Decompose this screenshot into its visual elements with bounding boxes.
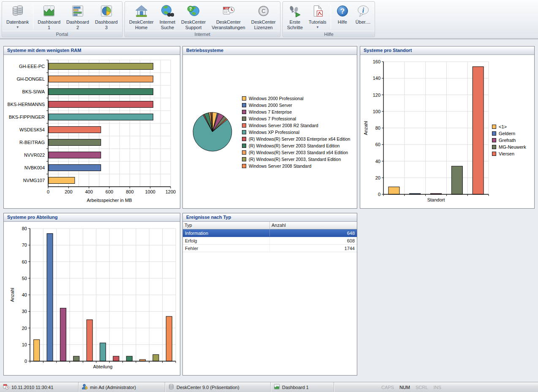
datenbank-button[interactable]: Datenbank ▼ (3, 3, 32, 30)
svg-text:BKS-HERMANNS: BKS-HERMANNS (7, 102, 45, 107)
internet-suche-button[interactable]: Internet Suche (157, 3, 178, 31)
legend-item: (R) Windows(R) Server 2003 Standard x64 … (242, 149, 350, 156)
panel-systeme-pro-abteilung: Systeme pro Abteilung 01020304050607080A… (3, 213, 180, 376)
svg-text:Anzahl: Anzahl (363, 121, 368, 135)
svg-text:20: 20 (375, 175, 380, 180)
svg-text:?: ? (340, 7, 345, 15)
svg-text:160: 160 (373, 59, 380, 64)
database-icon (11, 4, 25, 18)
panel-title: Ereignisse nach Typ (183, 213, 357, 222)
tutorials-button[interactable]: Tutorials ▼ (306, 3, 329, 30)
table-row[interactable]: Fehler1744 (183, 245, 357, 252)
svg-text:NVMG107: NVMG107 (23, 178, 45, 183)
bar-6 (113, 356, 119, 361)
svg-text:0: 0 (47, 189, 49, 194)
svg-text:80: 80 (22, 226, 27, 231)
table-row[interactable]: Information648 (183, 229, 357, 237)
cell-anzahl: 608 (270, 237, 357, 244)
legend-item: Windows 2000 Professional (242, 95, 350, 102)
svg-text:NVVR022: NVVR022 (24, 152, 45, 158)
column-header-anzahl[interactable]: Anzahl (270, 222, 357, 229)
separator (331, 5, 331, 29)
svg-text:100: 100 (373, 109, 380, 114)
legend-item: Windows 7 Enterprise (242, 109, 350, 115)
dashboard-icon (274, 384, 280, 391)
bar-NVVR022 (49, 152, 101, 158)
pie-chart-icon (99, 4, 114, 18)
chart-legend: Windows 2000 ProfessionalWindows 2000 Se… (242, 95, 350, 169)
deskcenter-support-button[interactable]: ? DeskCenter Support (178, 3, 209, 31)
legend-item: Windows Server 2008 Standard (242, 163, 350, 169)
svg-text:400: 400 (85, 189, 92, 194)
dashboard-3-button[interactable]: Dashboard 3 (92, 3, 121, 31)
bar-MG-Neuwerk (451, 166, 462, 194)
table-header-row: TypAnzahl (183, 222, 357, 229)
legend-swatch (242, 110, 246, 114)
ribbon-group-label: Internet (125, 31, 280, 37)
legend-swatch (492, 125, 496, 129)
svg-text:1200: 1200 (166, 189, 176, 194)
table-row[interactable]: Erfolg608 (183, 237, 357, 245)
separator (33, 5, 33, 29)
hilfe-button[interactable]: ? Hilfe (332, 3, 353, 30)
ueber-button[interactable]: i Über.... (353, 3, 373, 30)
svg-text:?: ? (189, 7, 192, 11)
bar-1 (47, 234, 53, 361)
svg-text:GH-DONGEL: GH-DONGEL (16, 76, 45, 82)
standort-bar-chart: 020406080100120140160StandortAnzahl<1>Ge… (360, 55, 534, 208)
chevron-down-icon: ▼ (16, 26, 19, 29)
button-label: Dashboard 1 (38, 19, 60, 30)
button-label: Erste Schritte (287, 19, 303, 30)
svg-text:1000: 1000 (145, 189, 155, 194)
svg-text:C: C (261, 8, 266, 14)
legend-item: Windows XP Professional (242, 129, 350, 136)
svg-text:0: 0 (378, 192, 380, 197)
erste-schritte-button[interactable]: Erste Schritte (284, 3, 306, 31)
bar-3 (73, 356, 79, 361)
legend-label: Windows Server 2008 Standard (249, 163, 311, 169)
legend-label: (R) Windows(R) Server 2003, Standard Edi… (249, 157, 341, 162)
globe-binoculars-icon (160, 4, 174, 18)
cell-typ: Erfolg (183, 237, 270, 244)
deskcenter-veranstaltungen-button[interactable]: 12 DeskCenter Veranstaltungen (209, 3, 248, 31)
bar-<1> (389, 187, 399, 194)
legend-item: Windows 2000 Server (242, 102, 350, 109)
hbar-chart-icon (71, 4, 85, 18)
legend-swatch (492, 131, 496, 136)
cell-anzahl: 1744 (270, 245, 357, 252)
svg-text:30: 30 (22, 309, 27, 314)
dashboard-1-button[interactable]: Dashboard 1 (35, 3, 63, 31)
legend-item: Grefrath (492, 137, 526, 144)
legend-swatch (492, 145, 496, 149)
legend-item: <1> (492, 123, 526, 130)
cell-anzahl: 648 (270, 229, 357, 237)
button-label: DeskCenter Home (129, 19, 154, 30)
svg-text:Standort: Standort (427, 197, 445, 202)
svg-text:120: 120 (373, 93, 380, 98)
caps-indicator: CAPS (381, 385, 394, 390)
legend-label: (R) Windows(R) Server 2003 Standard x64 … (249, 150, 348, 155)
column-header-typ[interactable]: Typ (183, 222, 270, 229)
events-table-container: TypAnzahlInformation648Erfolg608Fehler17… (183, 222, 357, 375)
legend-label: <1> (499, 124, 507, 129)
bar-0 (34, 340, 40, 361)
button-label: Tutorials (309, 19, 326, 25)
hbar-chart-svg: GH-EEE-PCGH-DONGELBKS-SIWABKS-HERMANNSBK… (4, 55, 180, 208)
legend-item: (R) Windows(R) Server 2003, Standard Edi… (242, 156, 350, 163)
bar-10 (166, 316, 172, 361)
bar-GH-DONGEL (49, 76, 153, 82)
ribbon-group-internet: DeskCenter Home Internet Suche (125, 1, 280, 37)
dashboard-2-button[interactable]: Dashboard 2 (63, 3, 92, 31)
legend-item: (R) Windows(R) Server 2003 Standard Edit… (242, 142, 350, 149)
legend-item: (R) Windows(R) Server 2003 Enterprise x6… (242, 136, 350, 142)
deskcenter-lizenzen-button[interactable]: C DeskCenter Lizenzen (248, 3, 279, 31)
svg-text:40: 40 (375, 159, 380, 164)
os-pie-chart: Windows 2000 ProfessionalWindows 2000 Se… (183, 55, 357, 208)
cell-typ: Fehler (183, 245, 270, 252)
svg-text:12: 12 (225, 7, 228, 10)
copyright-icon: C (256, 4, 271, 18)
panel-ereignisse-nach-typ: Ereignisse nach Typ TypAnzahlInformation… (182, 213, 357, 376)
deskcenter-home-button[interactable]: DeskCenter Home (126, 3, 157, 31)
server-icon (168, 384, 174, 391)
panel-betriebssysteme: Betriebssysteme Windows 2000 Professiona… (182, 46, 357, 209)
